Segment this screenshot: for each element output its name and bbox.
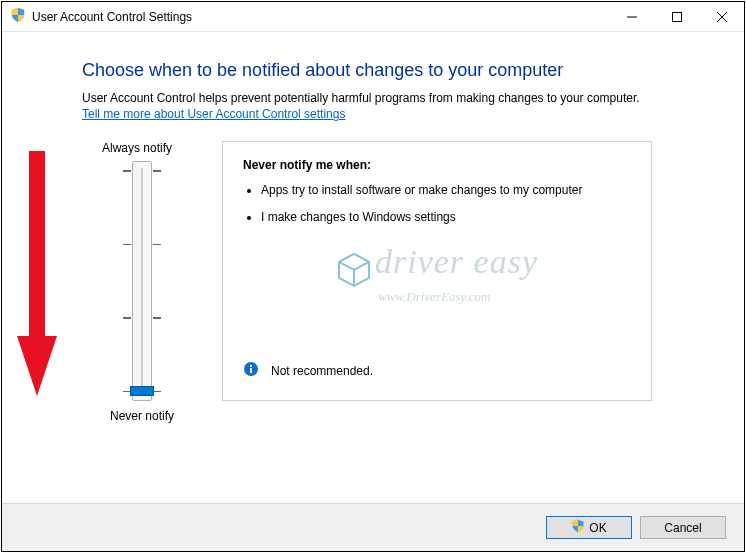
svg-rect-4 — [29, 151, 45, 341]
slider-thumb[interactable] — [130, 386, 154, 396]
info-icon — [243, 361, 259, 380]
notification-slider[interactable] — [132, 161, 152, 401]
annotation-arrow-icon — [12, 146, 62, 409]
svg-line-8 — [354, 262, 369, 270]
page-description: User Account Control helps prevent poten… — [82, 91, 684, 105]
slider-label-top: Always notify — [102, 141, 172, 155]
slider-tick — [133, 170, 151, 171]
dialog-button-bar: OK Cancel — [2, 503, 744, 551]
close-button[interactable] — [699, 2, 744, 31]
maximize-button[interactable] — [654, 2, 699, 31]
ok-button[interactable]: OK — [546, 516, 632, 539]
notify-item: I make changes to Windows settings — [261, 209, 631, 226]
svg-rect-12 — [250, 365, 252, 367]
svg-line-7 — [339, 262, 354, 270]
watermark: driver easy www.DriverEasy.com — [336, 245, 538, 303]
learn-more-link[interactable]: Tell me more about User Account Control … — [82, 107, 345, 121]
notification-description-panel: Never notify me when: Apps try to instal… — [222, 141, 652, 401]
slider-tick — [133, 317, 151, 318]
slider-tick — [133, 244, 151, 245]
minimize-button[interactable] — [609, 2, 654, 31]
recommendation-text: Not recommended. — [271, 364, 373, 378]
svg-rect-1 — [672, 12, 681, 21]
slider-label-bottom: Never notify — [110, 409, 174, 423]
titlebar: User Account Control Settings — [2, 2, 744, 32]
notify-item: Apps try to install software or make cha… — [261, 182, 631, 199]
uac-shield-icon — [10, 7, 26, 26]
page-heading: Choose when to be notified about changes… — [82, 60, 684, 81]
cancel-button[interactable]: Cancel — [640, 516, 726, 539]
notify-box-title: Never notify me when: — [243, 158, 631, 172]
svg-rect-11 — [250, 368, 252, 373]
svg-marker-5 — [17, 336, 57, 396]
svg-marker-6 — [339, 254, 369, 286]
uac-shield-icon — [571, 519, 585, 536]
window-title: User Account Control Settings — [32, 10, 192, 24]
